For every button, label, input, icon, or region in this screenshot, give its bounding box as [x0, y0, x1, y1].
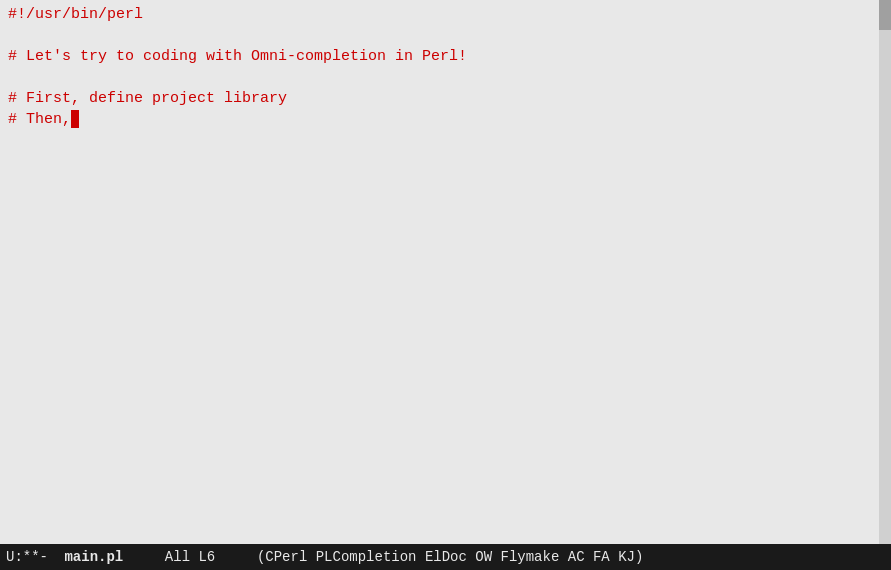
code-line-5: # First, define project library — [8, 88, 883, 109]
status-plugins: (CPerl PLCompletion ElDoc OW Flymake AC … — [257, 549, 643, 565]
code-line-3: # Let's try to coding with Omni-completi… — [8, 46, 883, 67]
code-area[interactable]: #!/usr/bin/perl # Let's try to coding wi… — [0, 0, 891, 134]
status-filename: main.pl — [64, 549, 123, 565]
main-content: #!/usr/bin/perl # Let's try to coding wi… — [0, 0, 891, 544]
code-line-4 — [8, 67, 883, 88]
code-line-6: # Then, — [8, 109, 883, 130]
editor: #!/usr/bin/perl # Let's try to coding wi… — [0, 0, 891, 570]
scrollbar-thumb[interactable] — [879, 0, 891, 30]
status-position: All L6 — [165, 549, 215, 565]
code-line-2 — [8, 25, 883, 46]
scrollbar[interactable] — [879, 0, 891, 544]
status-mode: U:**- — [6, 549, 48, 565]
text-cursor — [71, 110, 79, 128]
status-bar: U:**- main.pl All L6 (CPerl PLCompletion… — [0, 544, 891, 570]
code-line-1: #!/usr/bin/perl — [8, 4, 883, 25]
